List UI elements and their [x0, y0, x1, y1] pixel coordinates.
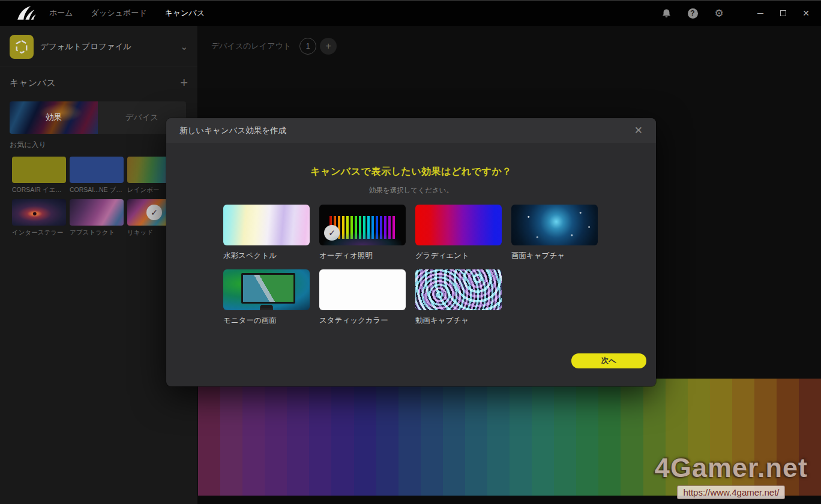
nav-tab[interactable]: キャンバス [164, 8, 205, 19]
sidebar-tab-label: 効果 [46, 112, 62, 123]
rainbow-column [376, 379, 398, 496]
favorite-label: CORSAIR イエロー [12, 186, 66, 194]
nav-tab-label: ダッシュボード [91, 8, 147, 17]
nav-tab[interactable]: ホーム [49, 8, 73, 19]
favorite-effect[interactable]: ✓ CORSAIR イエロー [12, 157, 66, 194]
effects-grid: ✓ 水彩スペクトル ✓ オーディオ照明 ✓ グラディエント [223, 205, 598, 326]
effect-option[interactable]: ✓ 水彩スペクトル [223, 205, 310, 261]
favorite-effect[interactable]: ✓ インターステラー [12, 199, 66, 237]
sidebar-tab[interactable]: 効果 [10, 101, 98, 134]
chevron-down-icon: ⌄ [180, 41, 188, 52]
favorites-grid: ✓ CORSAIR イエロー ✓ CORSAI...NE ブルー ✓ レインボー [12, 157, 181, 237]
effect-thumbnail: ✓ [223, 269, 310, 310]
rainbow-column [688, 379, 710, 496]
favorite-thumbnail: ✓ [70, 199, 124, 226]
add-layout-plus-icon[interactable]: + [320, 38, 337, 55]
notifications-bell-icon[interactable] [660, 7, 672, 19]
main-nav: ホーム ダッシュボード キャンバス [49, 8, 205, 19]
effect-option[interactable]: ✓ グラディエント [415, 205, 502, 261]
rainbow-canvas-preview [198, 379, 821, 496]
rainbow-column [331, 379, 353, 496]
rainbow-column [309, 379, 331, 496]
favorite-label: CORSAI...NE ブルー [70, 186, 124, 194]
rainbow-column [777, 379, 799, 496]
rainbow-column [198, 379, 220, 496]
effect-label: スタティックカラー [319, 316, 406, 326]
rainbow-column [598, 379, 621, 496]
effect-option[interactable]: ✓ オーディオ照明 [319, 205, 406, 261]
dialog-close-icon[interactable]: ✕ [634, 124, 643, 137]
rainbow-column [465, 379, 487, 496]
rainbow-column [242, 379, 265, 496]
rainbow-column [354, 379, 376, 496]
favorite-thumbnail: ✓ [12, 157, 66, 183]
help-icon[interactable]: ? [687, 7, 699, 19]
sidebar-tab-label: デバイス [125, 112, 158, 123]
effect-option[interactable]: ✓ モニターの画面 [223, 269, 310, 326]
rainbow-column [220, 379, 242, 496]
favorite-label: アブストラクト [70, 229, 124, 237]
close-button[interactable]: ✕ [802, 9, 810, 17]
check-icon: ✓ [146, 205, 162, 220]
rainbow-column [554, 379, 576, 496]
favorites-title: お気に入り [10, 140, 46, 150]
device-layout-label: デバイスのレイアウト [211, 41, 291, 52]
favorite-effect[interactable]: ✓ アブストラクト [70, 199, 124, 237]
effect-label: 動画キャプチャ [415, 316, 502, 326]
rainbow-column [287, 379, 309, 496]
device-layout-bar: デバイスのレイアウト 1 + [211, 38, 337, 55]
rainbow-column [754, 379, 777, 496]
maximize-icon [780, 10, 786, 16]
effect-option[interactable]: ✓ 画面キャプチャ [511, 205, 598, 261]
rainbow-column [643, 379, 666, 496]
effect-option[interactable]: ✓ 動画キャプチャ [415, 269, 502, 326]
minimize-button[interactable]: ─ [756, 9, 765, 17]
effect-label: 画面キャプチャ [511, 251, 598, 261]
icue-window: ホーム ダッシュボード キャンバス ? ⚙ [0, 0, 821, 504]
nav-tab-label: キャンバス [164, 8, 205, 17]
rainbow-column [398, 379, 421, 496]
dialog-instruction: 効果を選択してください。 [166, 186, 656, 195]
effect-thumbnail: ✓ [319, 269, 406, 310]
title-bar: ホーム ダッシュボード キャンバス ? ⚙ [0, 1, 821, 26]
effect-thumbnail: ✓ [415, 269, 502, 310]
rainbow-column [710, 379, 732, 496]
next-button[interactable]: 次へ [571, 353, 646, 368]
rainbow-column [532, 379, 554, 496]
dialog-title: 新しいキャンバス効果を作成 [179, 125, 286, 136]
effect-label: オーディオ照明 [319, 251, 406, 261]
favorite-thumbnail: ✓ [70, 157, 124, 183]
add-canvas-plus-icon[interactable]: + [180, 77, 188, 89]
corsair-logo-icon [17, 5, 37, 21]
rainbow-column [621, 379, 643, 496]
rainbow-column [443, 379, 465, 496]
effect-thumbnail: ✓ [223, 205, 310, 245]
dialog-header: 新しいキャンバス効果を作成 ✕ [166, 118, 656, 143]
titlebar-icons: ? ⚙ ─ ✕ [660, 7, 821, 19]
effect-thumbnail: ✓ [319, 205, 406, 245]
settings-gear-icon[interactable]: ⚙ [713, 7, 725, 19]
favorite-label: インターステラー [12, 229, 66, 237]
nav-tab[interactable]: ダッシュボード [91, 8, 147, 19]
profile-selector[interactable]: デフォルトプロファイル ⌄ [10, 34, 188, 60]
effect-label: 水彩スペクトル [223, 251, 310, 261]
rainbow-column [576, 379, 598, 496]
maximize-button[interactable] [779, 9, 787, 17]
rainbow-column [732, 379, 754, 496]
profile-name: デフォルトプロファイル [40, 41, 131, 52]
favorite-effect[interactable]: ✓ CORSAI...NE ブルー [70, 157, 124, 194]
dialog-question: キャンバスで表示したい効果はどれですか？ [166, 166, 656, 178]
profile-hexagon-icon [10, 35, 34, 59]
effect-thumbnail: ✓ [415, 205, 502, 245]
canvas-bottom-strip [198, 496, 821, 504]
favorite-thumbnail: ✓ [12, 199, 66, 226]
divider [0, 67, 197, 67]
layout-1-button[interactable]: 1 [299, 38, 316, 55]
rainbow-column [666, 379, 688, 496]
effect-option[interactable]: ✓ スタティックカラー [319, 269, 406, 326]
effect-thumbnail: ✓ [511, 205, 598, 245]
canvas-section-header: キャンバス + [10, 75, 188, 91]
canvas-section-title: キャンバス [10, 77, 56, 89]
create-canvas-effect-dialog: 新しいキャンバス効果を作成 ✕ キャンバスで表示したい効果はどれですか？ 効果を… [166, 118, 656, 386]
check-icon: ✓ [324, 225, 340, 241]
